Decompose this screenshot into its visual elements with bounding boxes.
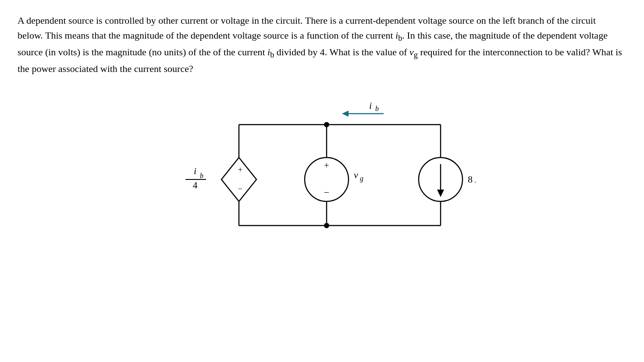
svg-text:i: i (193, 165, 196, 176)
svg-text:8 A: 8 A (468, 174, 476, 185)
svg-text:b: b (375, 105, 379, 112)
problem-text: A dependent source is controlled by othe… (18, 13, 623, 76)
svg-text:v: v (354, 169, 358, 180)
svg-text:+: + (324, 160, 329, 170)
svg-text:b: b (200, 172, 203, 179)
svg-text:4: 4 (192, 179, 197, 190)
svg-text:g: g (360, 175, 363, 183)
svg-text:+: + (238, 165, 242, 174)
svg-marker-12 (221, 158, 256, 201)
svg-marker-26 (437, 190, 444, 197)
svg-text:i: i (369, 100, 371, 111)
circuit-diagram: + − i b 4 + − v g (18, 90, 626, 256)
svg-text:−: − (324, 187, 329, 198)
svg-text:−: − (238, 184, 242, 193)
svg-point-11 (324, 223, 329, 228)
svg-marker-29 (342, 111, 349, 117)
svg-point-10 (324, 122, 329, 127)
